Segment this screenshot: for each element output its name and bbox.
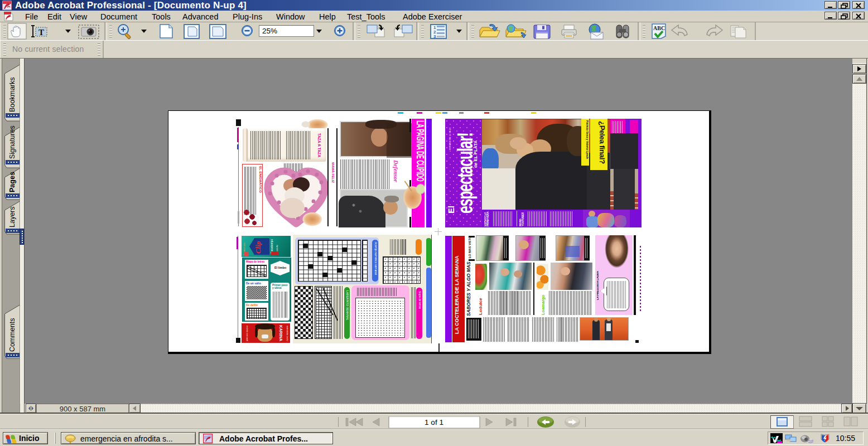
svg-text:3: 3 [433, 34, 436, 39]
svg-text:Signatures: Signatures [8, 125, 16, 159]
svg-text:Layers: Layers [8, 206, 16, 227]
svg-text:Comments: Comments [8, 318, 16, 352]
svg-text:Pages: Pages [8, 172, 16, 192]
svg-text:T: T [38, 28, 44, 37]
svg-text:1 of 1: 1 of 1 [425, 418, 443, 426]
svg-text:ABC: ABC [653, 25, 665, 31]
svg-text:Bookmarks: Bookmarks [8, 77, 16, 112]
